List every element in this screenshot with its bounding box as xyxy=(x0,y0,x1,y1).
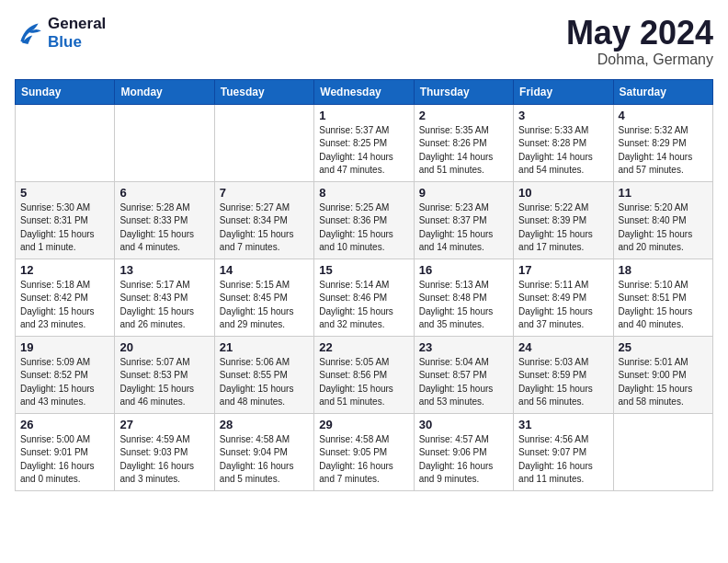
table-row: 31Sunrise: 4:56 AMSunset: 9:07 PMDayligh… xyxy=(514,413,613,490)
location: Dohma, Germany xyxy=(566,52,713,68)
table-row xyxy=(214,104,313,181)
table-row: 24Sunrise: 5:03 AMSunset: 8:59 PMDayligh… xyxy=(514,336,613,413)
table-row: 15Sunrise: 5:14 AMSunset: 8:46 PMDayligh… xyxy=(314,259,414,336)
table-row: 4Sunrise: 5:32 AMSunset: 8:29 PMDaylight… xyxy=(613,104,712,181)
table-row: 26Sunrise: 5:00 AMSunset: 9:01 PMDayligh… xyxy=(16,413,115,490)
header-monday: Monday xyxy=(115,79,214,104)
day-number: 3 xyxy=(518,109,608,122)
day-info: Sunrise: 5:18 AMSunset: 8:42 PMDaylight:… xyxy=(20,279,109,332)
table-row: 6Sunrise: 5:28 AMSunset: 8:33 PMDaylight… xyxy=(115,181,214,259)
day-info: Sunrise: 5:15 AMSunset: 8:45 PMDaylight:… xyxy=(220,279,309,332)
day-number: 29 xyxy=(319,418,408,431)
day-info: Sunrise: 5:14 AMSunset: 8:46 PMDaylight:… xyxy=(319,279,408,332)
day-number: 22 xyxy=(319,340,408,354)
day-info: Sunrise: 5:01 AMSunset: 9:00 PMDaylight:… xyxy=(619,356,708,409)
day-info: Sunrise: 5:11 AMSunset: 8:49 PMDaylight:… xyxy=(518,279,608,332)
table-row: 21Sunrise: 5:06 AMSunset: 8:55 PMDayligh… xyxy=(214,336,313,413)
table-row: 8Sunrise: 5:25 AMSunset: 8:36 PMDaylight… xyxy=(314,181,414,259)
day-number: 16 xyxy=(419,263,508,277)
day-info: Sunrise: 5:27 AMSunset: 8:34 PMDaylight:… xyxy=(220,201,309,255)
day-number: 24 xyxy=(518,340,608,354)
table-row xyxy=(115,104,214,181)
day-info: Sunrise: 5:20 AMSunset: 8:40 PMDaylight:… xyxy=(619,201,708,255)
day-info: Sunrise: 5:35 AMSunset: 8:26 PMDaylight:… xyxy=(419,124,508,178)
calendar-week-row: 12Sunrise: 5:18 AMSunset: 8:42 PMDayligh… xyxy=(16,259,713,336)
day-info: Sunrise: 5:06 AMSunset: 8:55 PMDaylight:… xyxy=(220,356,309,409)
day-info: Sunrise: 5:23 AMSunset: 8:37 PMDaylight:… xyxy=(419,201,508,255)
day-number: 7 xyxy=(220,186,309,200)
day-info: Sunrise: 5:22 AMSunset: 8:39 PMDaylight:… xyxy=(518,201,608,255)
table-row: 18Sunrise: 5:10 AMSunset: 8:51 PMDayligh… xyxy=(613,259,712,336)
day-info: Sunrise: 5:03 AMSunset: 8:59 PMDaylight:… xyxy=(518,356,608,409)
table-row: 19Sunrise: 5:09 AMSunset: 8:52 PMDayligh… xyxy=(16,336,115,413)
logo-icon xyxy=(15,20,44,46)
month-title: May 2024 xyxy=(566,15,713,52)
day-number: 5 xyxy=(20,186,109,200)
table-row: 2Sunrise: 5:35 AMSunset: 8:26 PMDaylight… xyxy=(414,104,513,181)
day-info: Sunrise: 5:25 AMSunset: 8:36 PMDaylight:… xyxy=(319,201,408,255)
table-row: 28Sunrise: 4:58 AMSunset: 9:04 PMDayligh… xyxy=(214,413,313,490)
day-number: 9 xyxy=(419,186,508,200)
table-row: 30Sunrise: 4:57 AMSunset: 9:06 PMDayligh… xyxy=(414,413,513,490)
day-number: 18 xyxy=(619,263,708,277)
day-number: 2 xyxy=(419,109,508,122)
day-info: Sunrise: 5:00 AMSunset: 9:01 PMDaylight:… xyxy=(20,433,109,487)
table-row: 29Sunrise: 4:58 AMSunset: 9:05 PMDayligh… xyxy=(314,413,414,490)
header-saturday: Saturday xyxy=(613,79,712,104)
day-number: 23 xyxy=(419,340,508,354)
table-row: 13Sunrise: 5:17 AMSunset: 8:43 PMDayligh… xyxy=(115,259,214,336)
day-number: 31 xyxy=(518,418,608,431)
day-number: 27 xyxy=(119,418,209,431)
header-wednesday: Wednesday xyxy=(314,79,414,104)
table-row: 1Sunrise: 5:37 AMSunset: 8:25 PMDaylight… xyxy=(314,104,414,181)
day-number: 1 xyxy=(319,109,408,122)
table-row: 25Sunrise: 5:01 AMSunset: 9:00 PMDayligh… xyxy=(613,336,712,413)
table-row: 23Sunrise: 5:04 AMSunset: 8:57 PMDayligh… xyxy=(414,336,513,413)
day-info: Sunrise: 5:30 AMSunset: 8:31 PMDaylight:… xyxy=(20,201,109,255)
day-number: 26 xyxy=(20,418,109,431)
table-row: 14Sunrise: 5:15 AMSunset: 8:45 PMDayligh… xyxy=(214,259,313,336)
day-info: Sunrise: 5:07 AMSunset: 8:53 PMDaylight:… xyxy=(119,356,209,409)
day-info: Sunrise: 4:58 AMSunset: 9:05 PMDaylight:… xyxy=(319,433,408,487)
table-row: 11Sunrise: 5:20 AMSunset: 8:40 PMDayligh… xyxy=(613,181,712,259)
table-row: 5Sunrise: 5:30 AMSunset: 8:31 PMDaylight… xyxy=(16,181,115,259)
header-tuesday: Tuesday xyxy=(214,79,313,104)
table-row: 20Sunrise: 5:07 AMSunset: 8:53 PMDayligh… xyxy=(115,336,214,413)
day-number: 28 xyxy=(220,418,309,431)
day-number: 25 xyxy=(619,340,708,354)
day-number: 12 xyxy=(20,263,109,277)
calendar-week-row: 5Sunrise: 5:30 AMSunset: 8:31 PMDaylight… xyxy=(16,181,713,259)
page-header: General Blue May 2024 Dohma, Germany xyxy=(15,15,713,68)
day-number: 17 xyxy=(518,263,608,277)
day-info: Sunrise: 5:28 AMSunset: 8:33 PMDaylight:… xyxy=(119,201,209,255)
day-number: 13 xyxy=(119,263,209,277)
table-row: 12Sunrise: 5:18 AMSunset: 8:42 PMDayligh… xyxy=(16,259,115,336)
header-sunday: Sunday xyxy=(16,79,115,104)
calendar-week-row: 19Sunrise: 5:09 AMSunset: 8:52 PMDayligh… xyxy=(16,336,713,413)
table-row: 10Sunrise: 5:22 AMSunset: 8:39 PMDayligh… xyxy=(514,181,613,259)
table-row: 27Sunrise: 4:59 AMSunset: 9:03 PMDayligh… xyxy=(115,413,214,490)
calendar-week-row: 26Sunrise: 5:00 AMSunset: 9:01 PMDayligh… xyxy=(16,413,713,490)
day-info: Sunrise: 5:04 AMSunset: 8:57 PMDaylight:… xyxy=(419,356,508,409)
table-row: 3Sunrise: 5:33 AMSunset: 8:28 PMDaylight… xyxy=(514,104,613,181)
day-number: 4 xyxy=(619,109,708,122)
day-number: 15 xyxy=(319,263,408,277)
table-row: 9Sunrise: 5:23 AMSunset: 8:37 PMDaylight… xyxy=(414,181,513,259)
day-info: Sunrise: 5:13 AMSunset: 8:48 PMDaylight:… xyxy=(419,279,508,332)
day-info: Sunrise: 5:09 AMSunset: 8:52 PMDaylight:… xyxy=(20,356,109,409)
header-thursday: Thursday xyxy=(414,79,513,104)
day-info: Sunrise: 4:59 AMSunset: 9:03 PMDaylight:… xyxy=(119,433,209,487)
header-friday: Friday xyxy=(514,79,613,104)
day-info: Sunrise: 4:56 AMSunset: 9:07 PMDaylight:… xyxy=(518,433,608,487)
day-number: 10 xyxy=(518,186,608,200)
calendar-header-row: Sunday Monday Tuesday Wednesday Thursday… xyxy=(16,79,713,104)
table-row xyxy=(16,104,115,181)
day-info: Sunrise: 4:58 AMSunset: 9:04 PMDaylight:… xyxy=(220,433,309,487)
day-number: 21 xyxy=(220,340,309,354)
table-row xyxy=(613,413,712,490)
day-number: 14 xyxy=(220,263,309,277)
table-row: 17Sunrise: 5:11 AMSunset: 8:49 PMDayligh… xyxy=(514,259,613,336)
day-number: 20 xyxy=(119,340,209,354)
day-number: 30 xyxy=(419,418,508,431)
day-info: Sunrise: 5:37 AMSunset: 8:25 PMDaylight:… xyxy=(319,124,408,178)
